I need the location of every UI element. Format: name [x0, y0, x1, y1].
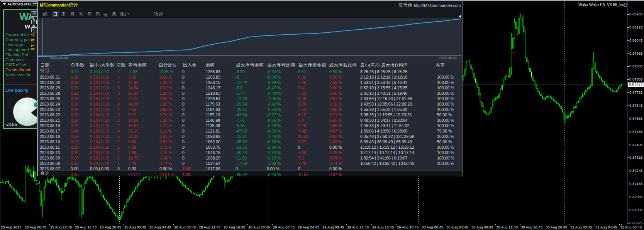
svg-text:V 5.15: V 5.15 — [31, 33, 35, 51]
